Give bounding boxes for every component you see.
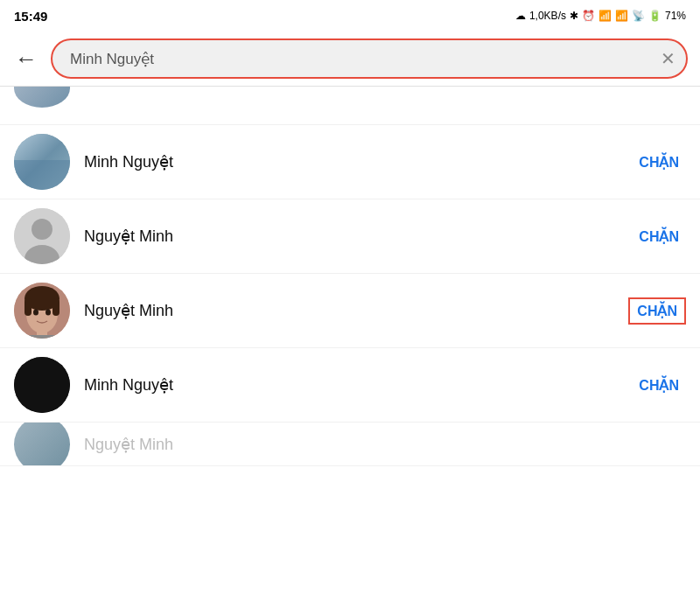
contact-name: Minh Nguyệt: [84, 375, 632, 395]
svg-rect-1: [14, 160, 70, 190]
signal-icon: 📶: [598, 10, 612, 22]
battery-percent: 71%: [665, 10, 686, 22]
contact-name: Nguyệt Minh: [84, 435, 686, 454]
contact-name: Minh Nguyệt: [84, 152, 632, 171]
avatar: [14, 208, 70, 264]
contact-name: Nguyệt Minh: [84, 301, 628, 320]
avatar-silhouette: [14, 208, 70, 264]
contact-list: Minh Nguyệt CHẶN Nguyệt Minh CHẶN: [0, 87, 700, 601]
signal-icon-2: 📶: [615, 10, 628, 22]
list-item: Minh Nguyệt CHẶN: [0, 348, 700, 423]
block-button[interactable]: CHẶN: [632, 225, 686, 248]
status-time: 15:49: [14, 9, 47, 24]
svg-point-3: [32, 219, 52, 240]
svg-rect-13: [26, 335, 58, 339]
avatar: [14, 357, 70, 413]
list-item: Minh Nguyệt CHẶN: [0, 125, 700, 199]
wifi-icon: 📡: [632, 10, 645, 22]
list-item: [0, 87, 700, 125]
avatar: [14, 134, 70, 190]
svg-rect-14: [14, 357, 70, 413]
top-nav: ← ✕: [0, 31, 700, 86]
list-item-partial: Nguyệt Minh: [0, 423, 700, 466]
search-input[interactable]: [51, 38, 688, 79]
svg-rect-9: [52, 298, 60, 316]
status-bar: 15:49 ☁ 1,0KB/s ✱ ⏰ 📶 📶 📡 🔋 71%: [0, 0, 700, 31]
svg-rect-8: [24, 298, 32, 316]
network-speed: 1,0KB/s: [529, 10, 566, 22]
avatar: [14, 423, 70, 466]
avatar: [14, 87, 70, 108]
bluetooth-icon: ✱: [570, 10, 578, 22]
back-button[interactable]: ←: [12, 45, 40, 73]
clear-button[interactable]: ✕: [661, 50, 676, 67]
cloud-icon: ☁: [515, 10, 526, 22]
block-button[interactable]: CHẶN: [632, 150, 686, 174]
avatar: [14, 283, 70, 339]
avatar-face: [14, 283, 70, 339]
contact-name: Nguyệt Minh: [84, 227, 632, 246]
list-item: Nguyệt Minh CHẶN: [0, 199, 700, 274]
list-item: Nguyệt Minh CHẶN: [0, 274, 700, 348]
avatar-image: [14, 134, 70, 190]
search-wrapper: ✕: [51, 38, 688, 79]
block-button-highlighted[interactable]: CHẶN: [628, 297, 686, 325]
svg-point-11: [46, 310, 51, 316]
status-icons: ☁ 1,0KB/s ✱ ⏰ 📶 📶 📡 🔋 71%: [515, 10, 686, 22]
block-button[interactable]: CHẶN: [632, 374, 686, 397]
battery-icon: 🔋: [648, 10, 662, 22]
avatar-black: [14, 357, 70, 413]
svg-point-10: [33, 310, 38, 316]
alarm-icon: ⏰: [582, 10, 595, 22]
